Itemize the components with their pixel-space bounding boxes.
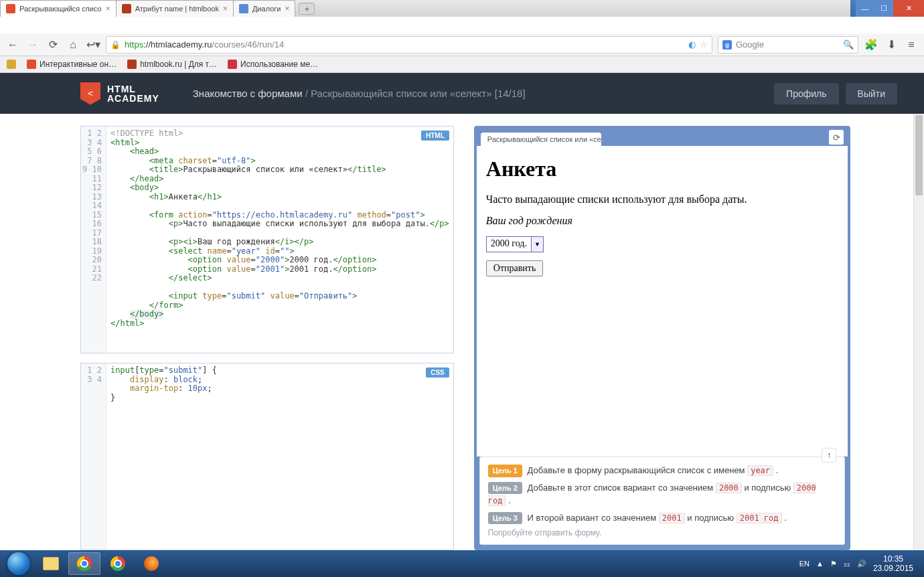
history-dropdown-icon[interactable]: ↩▾ [86, 37, 100, 52]
line-gutter: 1 2 3 4 5 6 7 8 9 10 11 12 13 14 15 16 1… [81, 127, 106, 353]
html-badge: HTML [421, 131, 449, 141]
preview-label: Ваш год рождения [486, 215, 838, 227]
site-header: < HTMLACADEMY Знакомство с формами / Рас… [0, 73, 924, 114]
tray-volume-icon[interactable]: 🔊 [857, 560, 866, 568]
bookmark-label: htmlbook.ru | Для т… [140, 60, 217, 69]
preview-select[interactable]: 2000 год. ▼ [486, 236, 544, 252]
goal-row: Цель 3 И второй вариант со значением 200… [488, 511, 836, 525]
goal-row: Цель 1 Добавьте в форму раскрывающийся с… [488, 464, 836, 477]
css-badge: CSS [426, 367, 449, 378]
html-editor[interactable]: HTML 1 2 3 4 5 6 7 8 9 10 11 12 13 14 15… [80, 126, 454, 353]
close-tab-icon[interactable]: × [106, 4, 110, 13]
bookmark-icon [127, 60, 137, 69]
logo-text: HTMLACADEMY [107, 84, 159, 103]
logout-button[interactable]: Выйти [846, 83, 897, 104]
goal-badge: Цель 1 [488, 465, 522, 477]
bookmark-label: Интерактивные он… [40, 60, 117, 69]
bookmark-item[interactable] [7, 60, 16, 69]
preview-body: Анкета Часто выпадающие списки использую… [477, 146, 848, 457]
bookmark-item[interactable]: Использование ме… [228, 60, 318, 69]
window-minimize-button[interactable]: — [856, 0, 874, 17]
feed-icon[interactable]: ◐ [688, 39, 696, 50]
preview-submit-button[interactable]: Отправить [486, 260, 544, 276]
menu-icon[interactable]: ≡ [904, 37, 919, 52]
goal-badge: Цель 3 [488, 512, 522, 525]
taskbar-firefox[interactable] [135, 552, 167, 575]
bookmark-icon [7, 60, 16, 69]
tab-favicon [6, 4, 15, 13]
goals-panel: ↑ Цель 1 Добавьте в форму раскрывающийся… [479, 457, 845, 545]
address-bar[interactable]: 🔒 https://htmlacademy.ru/courses/46/run/… [106, 36, 712, 54]
search-icon[interactable]: 🔍 [843, 39, 854, 50]
bookmark-label: Использование ме… [240, 60, 318, 69]
bookmarks-bar: Интерактивные он… htmlbook.ru | Для т… И… [0, 56, 924, 73]
folder-icon [43, 557, 59, 570]
browser-tab[interactable]: Диалоги × [233, 0, 296, 17]
collapse-goals-button[interactable]: ↑ [822, 448, 836, 463]
google-icon: g [722, 40, 732, 50]
select-value: 2000 год. [487, 237, 531, 252]
breadcrumb-sub: Раскрывающийся список или «селект» [14/1… [311, 88, 526, 99]
tray-flag-icon[interactable]: ▲ [816, 560, 824, 568]
tab-favicon [122, 4, 131, 13]
tray-network-icon[interactable]: ⚏ [844, 560, 850, 568]
language-indicator[interactable]: EN [799, 560, 810, 568]
search-placeholder: Google [736, 39, 764, 50]
taskbar: EN ▲ ⚑ ⚏ 🔊 10:35 23.09.2015 [0, 550, 924, 577]
windows-orb-icon [7, 552, 30, 575]
lock-icon: 🔒 [110, 40, 121, 50]
page-scrollbar[interactable] [913, 114, 924, 550]
chrome-icon [110, 556, 125, 571]
browser-tab[interactable]: Раскрывающийся списо × [0, 0, 117, 17]
home-button[interactable]: ⌂ [66, 37, 80, 52]
line-gutter: 1 2 3 4 [81, 363, 106, 550]
chevron-down-icon: ▼ [531, 237, 543, 252]
preview-heading: Анкета [486, 157, 838, 181]
tab-title: Раскрывающийся списо [19, 5, 102, 13]
start-button[interactable] [4, 550, 33, 577]
url-text: https://htmlacademy.ru/courses/46/run/14 [125, 39, 684, 50]
reload-button[interactable]: ⟳ [46, 37, 60, 52]
window-maximize-button[interactable]: ☐ [874, 0, 893, 17]
bookmark-icon [228, 60, 237, 69]
preview-paragraph: Часто выпадающие списки используют для в… [486, 193, 838, 205]
taskbar-explorer[interactable] [35, 552, 67, 575]
forward-button[interactable]: → [25, 37, 40, 52]
firefox-icon [144, 556, 159, 571]
system-tray: EN ▲ ⚑ ⚏ 🔊 10:35 23.09.2015 [799, 554, 920, 574]
goal-badge: Цель 2 [488, 482, 522, 495]
taskbar-clock[interactable]: 10:35 23.09.2015 [873, 554, 913, 574]
bookmark-item[interactable]: htmlbook.ru | Для т… [127, 60, 217, 69]
tab-favicon [239, 4, 248, 13]
tray-action-center-icon[interactable]: ⚑ [830, 560, 837, 568]
profile-button[interactable]: Профиль [774, 83, 838, 104]
site-logo[interactable]: < HTMLACADEMY [80, 82, 159, 105]
bookmark-icon [27, 60, 36, 69]
extensions-icon[interactable]: 🧩 [864, 37, 878, 52]
tab-title: Диалоги [252, 5, 281, 13]
logo-shield-icon: < [80, 82, 100, 105]
new-tab-button[interactable]: + [299, 3, 315, 15]
taskbar-chrome-2[interactable] [102, 552, 134, 575]
bookmark-star-icon[interactable]: ☆ [700, 39, 708, 50]
taskbar-chrome[interactable] [68, 552, 100, 575]
browser-tabs: Раскрывающийся списо × Атрибут name | ht… [0, 0, 850, 17]
tab-title: Атрибут name | htmlbook [135, 5, 219, 13]
browser-tab[interactable]: Атрибут name | htmlbook × [116, 0, 234, 17]
back-button[interactable]: ← [5, 37, 20, 52]
css-editor[interactable]: CSS 1 2 3 4 input[type="submit"] { displ… [80, 363, 454, 550]
downloads-icon[interactable]: ⬇ [884, 37, 899, 52]
preview-tab[interactable]: Раскрывающийся список или «сел [481, 133, 601, 146]
code-area[interactable]: input[type="submit"] { display: block; m… [81, 363, 453, 409]
breadcrumb-main[interactable]: Знакомство с формами [193, 88, 303, 99]
close-tab-icon[interactable]: × [285, 4, 289, 13]
refresh-preview-button[interactable]: ⟳ [829, 130, 844, 145]
preview-panel: Раскрывающийся список или «сел ⟳ Анкета … [474, 126, 850, 550]
code-area[interactable]: <!DOCTYPE html> <html> <head> <meta char… [81, 127, 453, 349]
bookmark-item[interactable]: Интерактивные он… [27, 60, 117, 69]
window-close-button[interactable]: ✕ [893, 0, 924, 17]
chrome-icon [77, 556, 92, 571]
search-box[interactable]: g Google 🔍 [718, 36, 858, 54]
close-tab-icon[interactable]: × [223, 4, 228, 13]
goal-row: Цель 2 Добавьте в этот список вариант со… [488, 481, 836, 507]
